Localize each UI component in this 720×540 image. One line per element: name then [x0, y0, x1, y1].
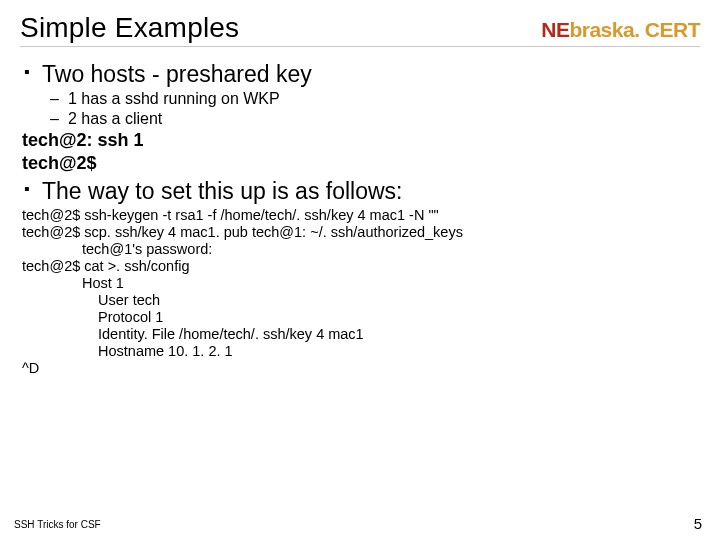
bullet-setup: The way to set this up is as follows:: [20, 178, 700, 205]
example-line-1: tech@2: ssh 1: [20, 130, 700, 151]
setup-scp: tech@2$ scp. ssh/key 4 mac1. pub tech@1:…: [20, 224, 700, 240]
page-number: 5: [694, 515, 702, 532]
setup-password-prompt: tech@1's password:: [20, 241, 700, 257]
slide: Simple Examples NEbraska. CERT Two hosts…: [0, 0, 720, 540]
setup-keygen: tech@2$ ssh-keygen -t rsa1 -f /home/tech…: [20, 207, 700, 223]
slide-title: Simple Examples: [20, 12, 239, 44]
setup-hostname: Hostname 10. 1. 2. 1: [20, 343, 700, 359]
setup-identityfile: Identity. File /home/tech/. ssh/key 4 ma…: [20, 326, 700, 342]
subbullet-sshd: 1 has a sshd running on WKP: [20, 90, 700, 108]
setup-host: Host 1: [20, 275, 700, 291]
brand-logo: NEbraska. CERT: [541, 18, 700, 42]
example-line-2: tech@2$: [20, 153, 700, 174]
setup-protocol: Protocol 1: [20, 309, 700, 325]
brand-suffix: braska. CERT: [569, 18, 700, 41]
slide-content: Two hosts - preshared key 1 has a sshd r…: [20, 47, 700, 376]
brand-prefix: NE: [541, 18, 569, 41]
slide-header: Simple Examples NEbraska. CERT: [20, 12, 700, 47]
setup-cat: tech@2$ cat >. ssh/config: [20, 258, 700, 274]
bullet-two-hosts: Two hosts - preshared key: [20, 61, 700, 88]
footer-title: SSH Tricks for CSF: [14, 519, 101, 530]
subbullet-client: 2 has a client: [20, 110, 700, 128]
setup-user: User tech: [20, 292, 700, 308]
setup-ctrl-d: ^D: [20, 360, 700, 376]
